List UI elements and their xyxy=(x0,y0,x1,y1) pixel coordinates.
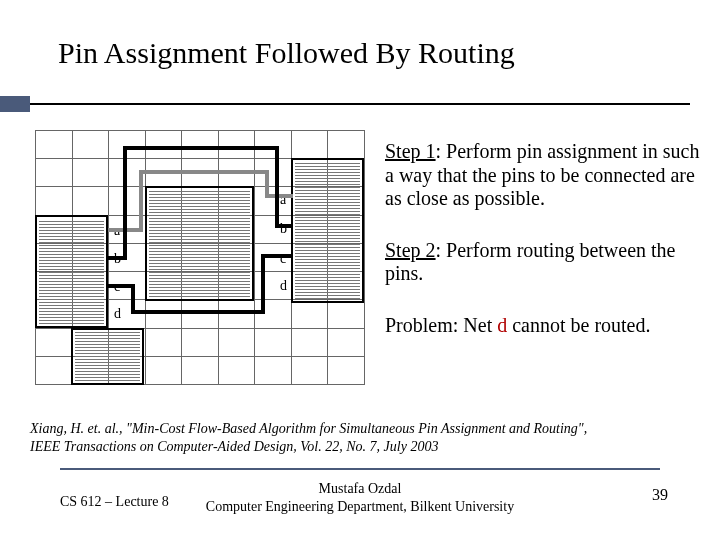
route-b xyxy=(275,146,279,228)
problem: Problem: Net d cannot be routed. xyxy=(385,314,700,338)
route-b xyxy=(275,224,293,228)
pin-d-right: d xyxy=(280,278,287,294)
citation: Xiang, H. et. al., "Min-Cost Flow-Based … xyxy=(30,420,670,455)
route-b xyxy=(123,146,127,260)
block-right xyxy=(291,158,364,303)
step-2: Step 2: Perform routing between the pins… xyxy=(385,239,700,286)
routing-diagram: a b c d a b c d xyxy=(35,130,365,385)
page-title: Pin Assignment Followed By Routing xyxy=(58,36,515,70)
route-c xyxy=(261,254,265,314)
page-number: 39 xyxy=(652,486,668,504)
content: Step 1: Perform pin assignment in such a… xyxy=(385,140,700,366)
route-a xyxy=(265,194,293,198)
block-bottom xyxy=(71,328,144,385)
footer-dept: Computer Engineering Department, Bilkent… xyxy=(0,498,720,516)
slide: Pin Assignment Followed By Routing a b c… xyxy=(0,0,720,540)
title-rule xyxy=(30,103,690,105)
footer-rule xyxy=(60,468,660,470)
step-1: Step 1: Perform pin assignment in such a… xyxy=(385,140,700,211)
problem-suffix: cannot be routed. xyxy=(507,314,650,336)
citation-line-2: IEEE Transactions on Computer-Aided Desi… xyxy=(30,438,670,456)
route-b xyxy=(123,146,279,150)
footer-center: Mustafa Ozdal Computer Engineering Depar… xyxy=(0,480,720,515)
route-c xyxy=(131,310,265,314)
pin-d-left: d xyxy=(114,306,121,322)
problem-prefix: Problem: Net xyxy=(385,314,497,336)
block-left xyxy=(35,215,108,328)
route-a xyxy=(139,170,269,174)
step-2-label: Step 2 xyxy=(385,239,436,261)
step-1-label: Step 1 xyxy=(385,140,436,162)
citation-line-1: Xiang, H. et. al., "Min-Cost Flow-Based … xyxy=(30,420,670,438)
route-a xyxy=(139,170,143,232)
accent-bar xyxy=(0,96,30,112)
problem-net: d xyxy=(497,314,507,336)
route-c xyxy=(261,254,293,258)
block-middle xyxy=(145,186,254,301)
footer-author: Mustafa Ozdal xyxy=(0,480,720,498)
